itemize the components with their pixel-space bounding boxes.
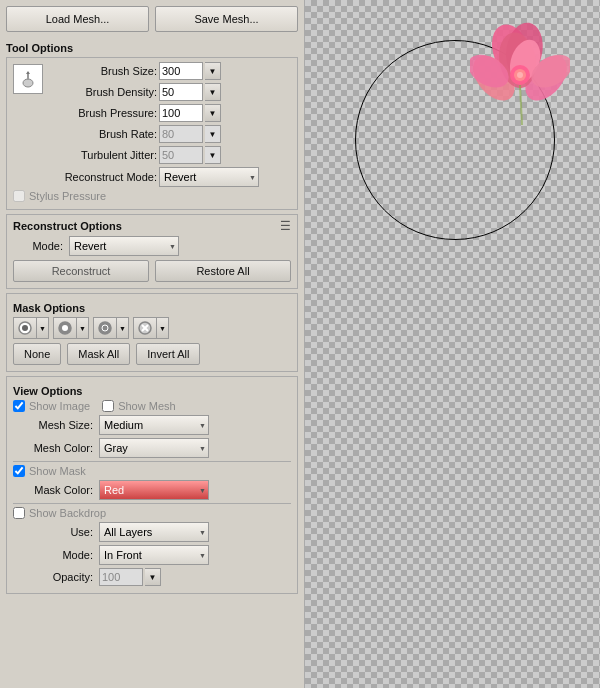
mask-icon-group-4: ▼: [133, 317, 169, 339]
reconstruct-mode-row: Reconstruct Mode: Revert: [47, 167, 291, 187]
brush-density-row: Brush Density: ▼: [47, 83, 291, 101]
reconstruct-mode-label2: Mode:: [13, 240, 63, 252]
reconstruct-button[interactable]: Reconstruct: [13, 260, 149, 282]
mask-icon-group-2: ▼: [53, 317, 89, 339]
mask-icon-1-dropdown[interactable]: ▼: [37, 317, 49, 339]
left-panel: Load Mesh... Save Mesh... Tool Options B…: [0, 0, 305, 688]
mode-select[interactable]: In Front Behind Blend: [99, 545, 209, 565]
mask-icon-4-btn[interactable]: [133, 317, 157, 339]
show-mesh-label[interactable]: Show Mesh: [102, 400, 175, 412]
mask-icon-1-btn[interactable]: [13, 317, 37, 339]
mask-color-row: Mask Color: Red Green Blue Yellow: [13, 480, 291, 500]
brush-pressure-dropdown[interactable]: ▼: [205, 104, 221, 122]
top-buttons: Load Mesh... Save Mesh...: [6, 6, 298, 32]
brush-pressure-row: Brush Pressure: ▼: [47, 104, 291, 122]
reconstruct-mode-select2[interactable]: Revert Rigid Stiff Smooth Loose: [69, 236, 179, 256]
mode-label: Mode:: [13, 549, 93, 561]
divider-1: [13, 461, 291, 462]
reconstruct-mode-label: Reconstruct Mode:: [47, 171, 157, 183]
brush-pressure-label: Brush Pressure:: [47, 107, 157, 119]
mask-color-label: Mask Color:: [13, 484, 93, 496]
brush-icon: [18, 69, 38, 89]
turbulent-jitter-dropdown[interactable]: ▼: [205, 146, 221, 164]
brush-size-dropdown[interactable]: ▼: [205, 62, 221, 80]
mask-icon-group-3: ▼: [93, 317, 129, 339]
mask-options-header: Mask Options: [13, 302, 291, 314]
reconstruct-mode-select[interactable]: Revert: [159, 167, 259, 187]
use-row: Use: All Layers Layer 1 Background: [13, 522, 291, 542]
canvas-area[interactable]: [305, 0, 600, 688]
mesh-color-select[interactable]: Gray Black White Red: [99, 438, 209, 458]
reconstruct-options-header: Reconstruct Options ☰: [13, 219, 291, 233]
mask-icon-2: [57, 320, 73, 336]
brush-icon-box[interactable]: [13, 64, 43, 94]
reconstruct-buttons: Reconstruct Restore All: [13, 260, 291, 282]
mask-options-section: Mask Options ▼: [6, 293, 298, 372]
flower-image: [470, 20, 570, 130]
brush-density-label: Brush Density:: [47, 86, 157, 98]
svg-point-0: [23, 79, 33, 87]
mask-icon-3: [97, 320, 113, 336]
stylus-pressure-checkbox[interactable]: [13, 190, 25, 202]
load-mesh-button[interactable]: Load Mesh...: [6, 6, 149, 32]
mask-icon-4-dropdown[interactable]: ▼: [157, 317, 169, 339]
brush-density-dropdown[interactable]: ▼: [205, 83, 221, 101]
svg-point-22: [517, 72, 523, 78]
mask-all-button[interactable]: Mask All: [67, 343, 130, 365]
reconstruct-options-section: Reconstruct Options ☰ Mode: Revert Rigid…: [6, 214, 298, 289]
brush-rate-input[interactable]: [159, 125, 203, 143]
use-select[interactable]: All Layers Layer 1 Background: [99, 522, 209, 542]
svg-point-6: [62, 325, 68, 331]
save-mesh-button[interactable]: Save Mesh...: [155, 6, 298, 32]
show-mask-label[interactable]: Show Mask: [13, 465, 86, 477]
opacity-row: Opacity: ▼: [13, 568, 291, 586]
opacity-dropdown[interactable]: ▼: [145, 568, 161, 586]
svg-marker-2: [26, 71, 30, 74]
opacity-label: Opacity:: [13, 571, 93, 583]
mask-icon-group-1: ▼: [13, 317, 49, 339]
brush-pressure-input[interactable]: [159, 104, 203, 122]
brush-density-input[interactable]: [159, 83, 203, 101]
invert-all-button[interactable]: Invert All: [136, 343, 200, 365]
stylus-pressure-label[interactable]: Stylus Pressure: [13, 190, 106, 202]
show-mask-checkbox[interactable]: [13, 465, 25, 477]
show-image-checkbox[interactable]: [13, 400, 25, 412]
show-backdrop-label[interactable]: Show Backdrop: [13, 507, 106, 519]
restore-all-button[interactable]: Restore All: [155, 260, 291, 282]
mask-color-select[interactable]: Red Green Blue Yellow: [99, 480, 209, 500]
reconstruct-options-title: Reconstruct Options: [13, 220, 122, 232]
svg-line-23: [520, 85, 522, 125]
use-label: Use:: [13, 526, 93, 538]
flower-svg: [470, 20, 570, 130]
show-mask-row: Show Mask: [13, 465, 291, 477]
reconstruct-mode-row2: Mode: Revert Rigid Stiff Smooth Loose: [13, 236, 291, 256]
turbulent-jitter-label: Turbulent Jitter:: [47, 149, 157, 161]
opacity-input[interactable]: [99, 568, 143, 586]
show-mesh-checkbox[interactable]: [102, 400, 114, 412]
tool-options-header: Tool Options: [6, 42, 298, 54]
show-backdrop-checkbox[interactable]: [13, 507, 25, 519]
mask-icon-3-dropdown[interactable]: ▼: [117, 317, 129, 339]
circle-container: [355, 40, 555, 240]
mode-row: Mode: In Front Behind Blend: [13, 545, 291, 565]
reconstruct-menu-icon[interactable]: ☰: [280, 219, 291, 233]
brush-size-input[interactable]: [159, 62, 203, 80]
mesh-size-select[interactable]: Small Medium Large: [99, 415, 209, 435]
view-options-section: View Options Show Image Show Mesh Mesh S…: [6, 376, 298, 594]
brush-rate-dropdown[interactable]: ▼: [205, 125, 221, 143]
mask-icon-1: [17, 320, 33, 336]
mesh-color-row: Mesh Color: Gray Black White Red: [13, 438, 291, 458]
mask-action-buttons: None Mask All Invert All: [13, 343, 291, 365]
show-image-label[interactable]: Show Image: [13, 400, 90, 412]
stylus-pressure-row: Stylus Pressure: [13, 190, 291, 202]
brush-rate-row: Brush Rate: ▼: [47, 125, 291, 143]
mask-icon-3-btn[interactable]: [93, 317, 117, 339]
svg-point-4: [22, 325, 28, 331]
tool-options-section: Brush Size: ▼ Brush Density: ▼ B: [6, 57, 298, 210]
turbulent-jitter-input[interactable]: [159, 146, 203, 164]
view-options-header: View Options: [13, 385, 291, 397]
mask-icon-2-dropdown[interactable]: ▼: [77, 317, 89, 339]
none-button[interactable]: None: [13, 343, 61, 365]
mesh-size-label: Mesh Size:: [13, 419, 93, 431]
mask-icon-2-btn[interactable]: [53, 317, 77, 339]
